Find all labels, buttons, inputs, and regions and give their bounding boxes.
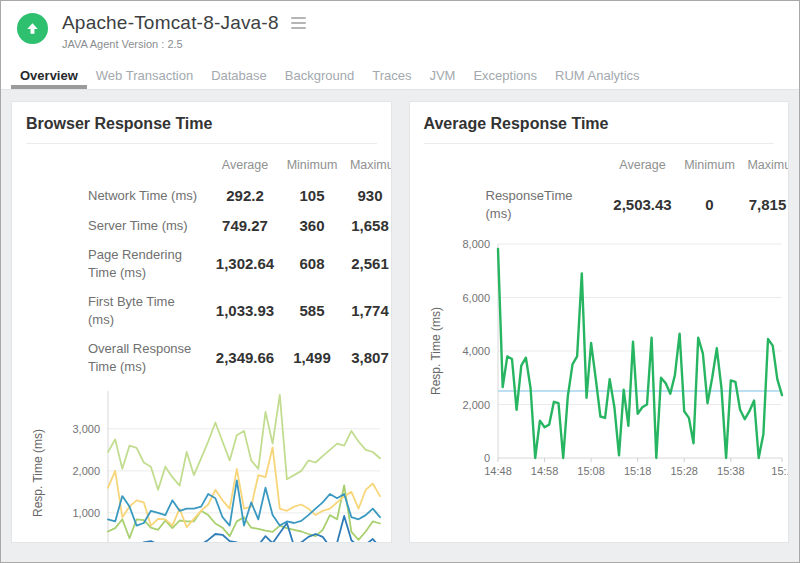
- monitor-header: Apache-Tomcat-8-Java-8 JAVA Agent Versio…: [1, 1, 799, 61]
- svg-text:15:18: 15:18: [623, 465, 651, 477]
- svg-text:15:38: 15:38: [717, 465, 745, 477]
- svg-text:Resp. Time (ms): Resp. Time (ms): [31, 429, 45, 517]
- metric-value: 105: [284, 181, 340, 211]
- svg-text:14:58: 14:58: [530, 465, 558, 477]
- average-chart-svg: 02,0004,0006,0008,00014:4814:5815:0815:1…: [426, 232, 790, 490]
- svg-text:15:28: 15:28: [670, 465, 698, 477]
- svg-text:2,000: 2,000: [72, 465, 100, 477]
- metric-value: 1,658: [340, 211, 392, 241]
- browser-response-time-panel: Browser Response Time AverageMinimumMaxi…: [11, 101, 392, 543]
- column-header-maximum: Maximum: [340, 150, 392, 181]
- table-row: Server Time (ms)749.273601,658: [36, 211, 392, 241]
- panel-title-browser: Browser Response Time: [26, 115, 377, 133]
- column-header-minimum: Minimum: [682, 150, 738, 181]
- metric-value: 2,503.43: [604, 181, 682, 228]
- metric-value: 0: [682, 181, 738, 228]
- browser-chart-svg: 01,0002,0003,00015:1415:2015:2615:3215:3…: [28, 385, 390, 543]
- divider: [26, 143, 377, 144]
- average-response-time-panel: Average Response Time AverageMinimumMaxi…: [409, 101, 790, 543]
- column-header-minimum: Minimum: [284, 150, 340, 181]
- metric-value: 608: [284, 240, 340, 287]
- svg-text:15:08: 15:08: [577, 465, 605, 477]
- panel-title-average: Average Response Time: [424, 115, 775, 133]
- tab-exceptions[interactable]: Exceptions: [464, 61, 546, 89]
- metric-label: ResponseTime (ms): [434, 181, 604, 228]
- svg-text:1,000: 1,000: [72, 507, 100, 519]
- up-arrow-glyph: [25, 21, 40, 36]
- metric-label: Server Time (ms): [36, 211, 206, 241]
- metric-value: 1,302.64: [206, 240, 284, 287]
- table-row: Overall Response Time (ms)2,349.661,4993…: [36, 334, 392, 381]
- svg-text:0: 0: [483, 452, 489, 464]
- metric-value: 292.2: [206, 181, 284, 211]
- tab-bar: OverviewWeb TransactionDatabaseBackgroun…: [1, 61, 799, 90]
- table-row: Page Rendering Time (ms)1,302.646082,561: [36, 240, 392, 287]
- column-header-average: Average: [604, 150, 682, 181]
- browser-stats-table: AverageMinimumMaximumNetwork Time (ms)29…: [36, 150, 392, 381]
- table-row: First Byte Time (ms)1,033.935851,774: [36, 287, 392, 334]
- svg-text:Resp. Time (ms): Resp. Time (ms): [429, 307, 443, 395]
- svg-text:8,000: 8,000: [462, 238, 490, 250]
- tab-background[interactable]: Background: [276, 61, 363, 89]
- tab-web-transaction[interactable]: Web Transaction: [87, 61, 202, 89]
- average-response-chart[interactable]: 02,0004,0006,0008,00014:4814:5815:0815:1…: [426, 232, 789, 494]
- metric-label: First Byte Time (ms): [36, 287, 206, 334]
- tab-jvm[interactable]: JVM: [420, 61, 464, 89]
- metric-label: Overall Response Time (ms): [36, 334, 206, 381]
- metric-value: 2,561: [340, 240, 392, 287]
- metric-value: 1,033.93: [206, 287, 284, 334]
- svg-text:2,000: 2,000: [462, 399, 490, 411]
- browser-response-chart[interactable]: 01,0002,0003,00015:1415:2015:2615:3215:3…: [28, 385, 391, 543]
- metric-value: 2,349.66: [206, 334, 284, 381]
- tab-overview[interactable]: Overview: [11, 61, 87, 89]
- svg-text:4,000: 4,000: [462, 345, 490, 357]
- metric-value: 1,774: [340, 287, 392, 334]
- metric-value: 3,807: [340, 334, 392, 381]
- table-row: ResponseTime (ms)2,503.4307,815: [434, 181, 790, 228]
- metric-label: Page Rendering Time (ms): [36, 240, 206, 287]
- svg-text:14:48: 14:48: [484, 465, 512, 477]
- page-title: Apache-Tomcat-8-Java-8: [62, 12, 279, 34]
- metric-value: 360: [284, 211, 340, 241]
- metric-value: 749.27: [206, 211, 284, 241]
- tab-traces[interactable]: Traces: [363, 61, 420, 89]
- metric-label: Network Time (ms): [36, 181, 206, 211]
- agent-version-label: JAVA Agent Version : 2.5: [62, 38, 308, 50]
- column-header-average: Average: [206, 150, 284, 181]
- metric-value: 585: [284, 287, 340, 334]
- main-content: Browser Response Time AverageMinimumMaxi…: [1, 90, 799, 562]
- svg-text:15:..: 15:..: [771, 465, 789, 477]
- average-stats-table: AverageMinimumMaximumResponseTime (ms)2,…: [434, 150, 790, 228]
- metric-value: 930: [340, 181, 392, 211]
- metric-value: 1,499: [284, 334, 340, 381]
- column-header-maximum: Maximum: [738, 150, 790, 181]
- table-row: Network Time (ms)292.2105930: [36, 181, 392, 211]
- divider: [424, 143, 775, 144]
- tab-rum-analytics[interactable]: RUM Analytics: [546, 61, 649, 89]
- svg-text:6,000: 6,000: [462, 292, 490, 304]
- metric-value: 7,815: [738, 181, 790, 228]
- monitor-status-up-arrow-icon: [17, 13, 48, 44]
- tab-database[interactable]: Database: [202, 61, 276, 89]
- hamburger-menu-icon[interactable]: [289, 15, 308, 31]
- svg-text:3,000: 3,000: [72, 423, 100, 435]
- app-window: Apache-Tomcat-8-Java-8 JAVA Agent Versio…: [0, 0, 800, 563]
